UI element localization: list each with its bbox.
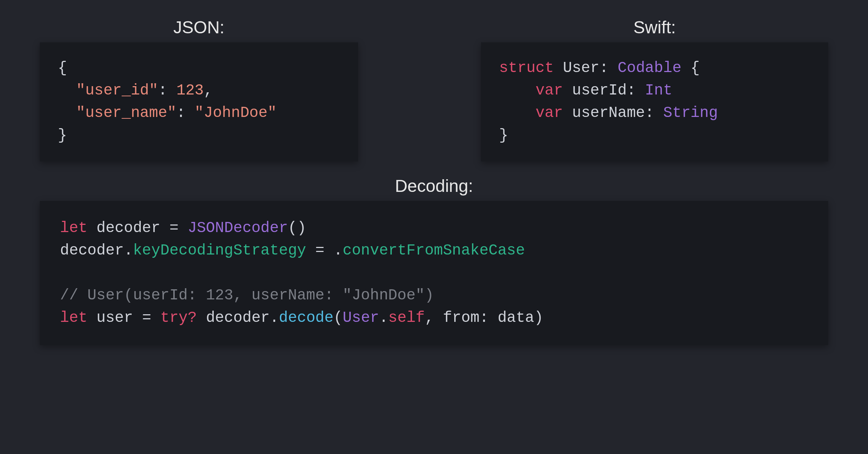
json-column: JSON: { "user_id": 123, "user_name": "Jo… <box>40 17 358 161</box>
kw-var-1: var <box>536 82 563 99</box>
brace-close: } <box>499 127 508 144</box>
json-value-user-name: "JohnDoe" <box>195 104 277 122</box>
type-user-ref: User <box>343 309 379 327</box>
type-jsondecoder: JSONDecoder <box>188 219 288 237</box>
arg-from: from <box>443 309 480 327</box>
swift-code-box: struct User: Codable { var userId: Int v… <box>481 42 828 161</box>
prop-keydecodingstrategy: keyDecodingStrategy <box>133 242 306 259</box>
decoding-code: let decoder = JSONDecoder() decoder.keyD… <box>60 217 808 329</box>
json-key-user-id: "user_id" <box>76 82 158 99</box>
id-decoder-2: decoder <box>60 242 124 259</box>
field-userid: userId <box>572 82 627 99</box>
kw-let-2: let <box>60 309 88 327</box>
decoding-title: Decoding: <box>395 176 473 196</box>
json-code-box: { "user_id": 123, "user_name": "JohnDoe"… <box>40 42 358 161</box>
swift-code: struct User: Codable { var userId: Int v… <box>499 57 810 147</box>
brace-open: { <box>690 59 699 77</box>
parens-empty: () <box>288 219 306 237</box>
bottom-row: Decoding: let decoder = JSONDecoder() de… <box>40 176 828 345</box>
proto-codable: Codable <box>618 59 681 77</box>
fn-decode: decode <box>279 309 333 327</box>
id-decoder-1: decoder <box>97 219 160 237</box>
kw-var-2: var <box>536 104 563 122</box>
type-string: String <box>663 104 718 122</box>
kw-self: self <box>388 309 425 327</box>
decoding-code-box: let decoder = JSONDecoder() decoder.keyD… <box>40 201 828 345</box>
json-value-user-id: 123 <box>176 82 204 99</box>
json-open-brace: { <box>58 59 67 77</box>
kw-try: try <box>160 309 188 327</box>
json-key-user-name: "user_name" <box>76 104 176 122</box>
canvas: JSON: { "user_id": 123, "user_name": "Jo… <box>0 0 868 454</box>
swift-title: Swift: <box>633 17 676 37</box>
field-username: userName <box>572 104 645 122</box>
json-colon-2: : <box>176 104 186 122</box>
kw-let-1: let <box>60 219 88 237</box>
json-close-brace: } <box>58 127 67 144</box>
case-convertfromsnakecase: convertFromSnakeCase <box>342 242 525 259</box>
kw-struct: struct <box>499 59 554 77</box>
json-code: { "user_id": 123, "user_name": "JohnDoe"… <box>58 57 340 147</box>
swift-column: Swift: struct User: Codable { var userId… <box>481 17 828 161</box>
colon: : <box>599 59 608 77</box>
id-user: user <box>97 309 133 327</box>
top-row: JSON: { "user_id": 123, "user_name": "Jo… <box>40 17 828 161</box>
json-colon: : <box>158 82 167 99</box>
json-comma: , <box>204 82 213 99</box>
id-decoder-3: decoder <box>206 309 269 327</box>
comment-line: // User(userId: 123, userName: "JohnDoe"… <box>60 287 434 304</box>
json-title: JSON: <box>173 17 224 37</box>
id-data: data <box>498 309 534 327</box>
type-user-decl: User <box>563 59 599 77</box>
try-qmark: ? <box>188 309 197 327</box>
type-int: Int <box>645 82 672 99</box>
